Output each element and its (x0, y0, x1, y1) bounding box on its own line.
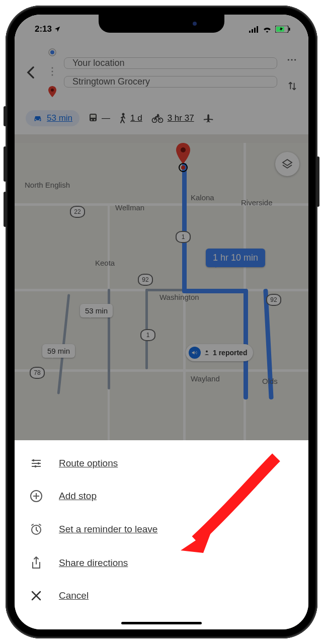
swap-icon (287, 80, 298, 92)
sheet-item-add-stop[interactable]: Add stop (15, 479, 308, 513)
plane-icon (203, 113, 214, 124)
share-icon (30, 556, 42, 570)
svg-rect-3 (257, 26, 258, 33)
layers-icon (281, 158, 293, 170)
mode-walk-label: 1 d (130, 113, 142, 123)
cellular-icon (249, 26, 259, 33)
sheet-item-share-directions[interactable]: Share directions (15, 546, 308, 580)
home-indicator[interactable] (121, 622, 202, 624)
map-town: Wellman (115, 203, 144, 212)
sheet-label: Route options (59, 458, 118, 469)
dots-vertical-icon (51, 66, 53, 76)
sheet-item-cancel[interactable]: Cancel (15, 580, 308, 611)
phone-side-button (316, 156, 319, 207)
walk-icon (119, 113, 126, 124)
sheet-label: Cancel (59, 590, 89, 601)
map-destination-pin-icon (176, 143, 191, 164)
svg-point-19 (122, 113, 125, 116)
mode-bike-label: 3 hr 37 (168, 113, 194, 123)
destination-text: Stringtown Grocery (72, 76, 150, 87)
route-shield: 78 (30, 367, 45, 379)
route-shield: 1 (176, 231, 191, 243)
svg-point-22 (157, 114, 159, 116)
status-right (249, 22, 293, 33)
phone-frame: 2:13 You (6, 6, 317, 638)
sheet-item-route-options[interactable]: Route options (15, 447, 308, 479)
svg-rect-16 (91, 115, 96, 118)
sheet-label: Share directions (59, 557, 128, 569)
notch (99, 15, 224, 33)
bike-icon (151, 114, 164, 123)
svg-point-8 (50, 50, 54, 54)
map-town: Riverside (241, 198, 273, 207)
destination-pin-icon (48, 86, 56, 97)
svg-point-9 (52, 67, 53, 69)
camera-dot (193, 22, 197, 26)
origin-dot-icon (48, 48, 57, 57)
route-primary-label: 1 hr 10 min (206, 249, 265, 267)
svg-rect-6 (289, 28, 290, 31)
svg-rect-1 (252, 29, 253, 33)
sliders-icon (30, 457, 42, 469)
map-town: North English (25, 181, 70, 189)
route-shield: 22 (70, 206, 85, 218)
svg-rect-26 (38, 462, 39, 464)
battery-icon (275, 26, 290, 33)
car-icon (33, 114, 43, 122)
sheet-label: Add stop (59, 491, 97, 502)
travel-mode-row: 53 min — 1 d 3 hr 37 (21, 105, 302, 128)
megaphone-icon (189, 347, 201, 359)
reported-text: 1 reported (213, 349, 247, 357)
origin-text: Your location (72, 58, 124, 68)
close-icon (31, 590, 42, 601)
transit-icon (89, 113, 98, 123)
map-town: Kalona (191, 193, 214, 202)
sheet-label: Set a reminder to leave (59, 524, 157, 535)
svg-point-17 (91, 119, 93, 121)
reported-pill[interactable]: 1 reported (186, 344, 253, 361)
mode-transit-label: — (102, 113, 110, 123)
mode-transit[interactable]: — (89, 113, 110, 123)
status-time: 2:13 (35, 24, 52, 34)
route-shield: 92 (266, 294, 281, 306)
mode-drive-label: 53 min (47, 113, 72, 123)
person-icon (204, 350, 210, 356)
route-shield: 92 (138, 274, 153, 286)
svg-point-18 (94, 119, 96, 121)
swap-button[interactable] (282, 80, 302, 92)
more-options-button[interactable]: ⋯ (282, 53, 302, 65)
mode-drive[interactable]: 53 min (26, 110, 79, 126)
chevron-left-icon (26, 66, 35, 79)
phone-side-button (4, 146, 7, 182)
map-town: Wayland (191, 374, 220, 383)
destination-input[interactable]: Stringtown Grocery (64, 76, 277, 88)
svg-point-24 (181, 147, 186, 152)
mode-flight[interactable] (203, 113, 214, 124)
route-alt-label: 59 min (42, 344, 75, 358)
svg-rect-25 (33, 459, 34, 461)
back-button[interactable] (21, 66, 41, 79)
layers-button[interactable] (275, 152, 299, 176)
svg-point-12 (51, 89, 54, 92)
status-left: 2:13 (30, 20, 61, 34)
route-alt-label: 53 min (80, 304, 113, 317)
svg-point-14 (39, 119, 40, 120)
origin-input[interactable]: Your location (64, 57, 277, 69)
mode-walk[interactable]: 1 d (119, 113, 142, 124)
map-town: Olds (262, 377, 278, 385)
sheet-item-set-reminder[interactable]: Set a reminder to leave (15, 513, 308, 546)
svg-rect-27 (35, 465, 36, 467)
mode-bike[interactable]: 3 hr 37 (151, 113, 194, 123)
options-sheet: Route options Add stop Set a reminder to… (15, 440, 308, 629)
svg-point-11 (52, 74, 53, 76)
plus-circle-icon (30, 490, 43, 503)
svg-rect-0 (249, 31, 251, 33)
map-origin-ring-icon (179, 163, 188, 172)
map-town: Keota (95, 259, 115, 267)
phone-side-button (4, 192, 7, 227)
screen: 2:13 You (15, 15, 308, 629)
route-shield: 1 (140, 329, 155, 341)
svg-point-13 (35, 119, 36, 120)
svg-point-10 (52, 71, 53, 72)
svg-point-23 (206, 351, 208, 353)
